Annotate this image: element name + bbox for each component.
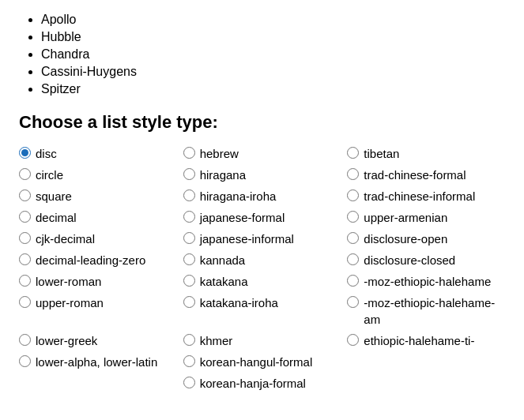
radio-item[interactable]: disc (19, 145, 177, 162)
radio-input[interactable] (347, 253, 359, 265)
radio-input[interactable] (183, 355, 195, 367)
radio-label: lower-alpha, lower-latin (36, 354, 157, 370)
radio-item[interactable]: square (19, 188, 177, 204)
radio-item[interactable]: lower-roman (19, 273, 177, 290)
radio-label: decimal (36, 209, 77, 226)
radio-input[interactable] (183, 377, 195, 388)
radio-input[interactable] (19, 334, 31, 346)
radio-input[interactable] (183, 296, 195, 308)
radio-item[interactable]: circle (19, 167, 177, 183)
radio-label: cjk-decimal (36, 231, 95, 247)
radio-input[interactable] (347, 275, 359, 287)
radio-item[interactable]: hebrew (183, 145, 341, 162)
radio-input[interactable] (19, 147, 31, 159)
radio-input[interactable] (183, 232, 195, 244)
radio-label: disclosure-open (364, 231, 447, 247)
radio-input[interactable] (19, 253, 31, 265)
radio-input[interactable] (347, 211, 359, 223)
radio-item[interactable]: katakana-iroha (183, 294, 341, 328)
radio-item[interactable]: -moz-ethiopic-halehame (347, 273, 505, 290)
radio-item[interactable]: katakana (183, 273, 341, 290)
radio-input[interactable] (19, 211, 31, 223)
radio-item[interactable]: kannada (183, 252, 341, 268)
radio-item[interactable]: upper-roman (19, 294, 177, 328)
radio-item[interactable]: hiragana (183, 167, 341, 183)
radio-label: japanese-informal (200, 231, 294, 247)
radio-label: ethiopic-halehame-ti- (364, 332, 474, 349)
radio-input[interactable] (183, 189, 195, 201)
radio-input[interactable] (347, 147, 359, 159)
radio-item[interactable]: trad-chinese-formal (347, 167, 505, 183)
radio-label: disclosure-closed (364, 252, 455, 268)
radio-label: -moz-ethiopic-halehame-am (364, 294, 505, 328)
radio-grid: dischebrewtibetancirclehiraganatrad-chin… (19, 145, 505, 392)
radio-input[interactable] (347, 232, 359, 244)
radio-label: korean-hanja-formal (200, 375, 306, 392)
radio-label: hebrew (200, 145, 239, 162)
radio-item[interactable]: korean-hanja-formal (183, 375, 341, 392)
radio-label: disc (36, 145, 57, 162)
radio-label: lower-roman (36, 273, 101, 290)
radio-item[interactable] (347, 354, 505, 370)
bullet-list: ApolloHubbleChandraCassini-HuygensSpitze… (19, 13, 505, 96)
radio-item[interactable]: korean-hangul-formal (183, 354, 341, 370)
radio-label: hiragana-iroha (200, 188, 277, 204)
radio-label: trad-chinese-formal (364, 167, 466, 183)
radio-input[interactable] (19, 189, 31, 201)
radio-item[interactable]: japanese-formal (183, 209, 341, 226)
bullet-item: Apollo (41, 13, 505, 27)
radio-label: kannada (200, 252, 246, 268)
radio-item[interactable]: disclosure-open (347, 231, 505, 247)
radio-item[interactable]: lower-alpha, lower-latin (19, 354, 177, 370)
radio-input[interactable] (19, 275, 31, 287)
radio-label: upper-armenian (364, 209, 447, 226)
radio-item[interactable]: -moz-ethiopic-halehame-am (347, 294, 505, 328)
radio-input[interactable] (183, 253, 195, 265)
radio-label: decimal-leading-zero (36, 252, 145, 268)
radio-label: katakana (200, 273, 248, 290)
radio-label: hiragana (200, 167, 246, 183)
radio-item[interactable]: decimal-leading-zero (19, 252, 177, 268)
radio-input[interactable] (183, 147, 195, 159)
radio-item[interactable] (347, 375, 505, 392)
radio-input[interactable] (19, 355, 31, 367)
radio-input[interactable] (347, 189, 359, 201)
radio-input[interactable] (347, 168, 359, 180)
radio-item[interactable]: disclosure-closed (347, 252, 505, 268)
bullet-item: Hubble (41, 30, 505, 44)
radio-item[interactable]: japanese-informal (183, 231, 341, 247)
radio-label: katakana-iroha (200, 294, 278, 311)
radio-input[interactable] (183, 211, 195, 223)
radio-item[interactable]: trad-chinese-informal (347, 188, 505, 204)
bullet-item: Cassini-Huygens (41, 65, 505, 79)
radio-input[interactable] (19, 232, 31, 244)
radio-item[interactable] (19, 375, 177, 392)
radio-input[interactable] (183, 275, 195, 287)
radio-item[interactable]: hiragana-iroha (183, 188, 341, 204)
radio-item[interactable]: khmer (183, 332, 341, 349)
radio-label: square (36, 188, 72, 204)
radio-item[interactable]: tibetan (347, 145, 505, 162)
radio-label: japanese-formal (200, 209, 285, 226)
radio-label: circle (36, 167, 63, 183)
bullet-item: Chandra (41, 47, 505, 62)
radio-label: khmer (200, 332, 233, 349)
radio-input[interactable] (347, 296, 359, 308)
radio-label: korean-hangul-formal (200, 354, 313, 370)
section-title: Choose a list style type: (19, 112, 505, 133)
radio-label: upper-roman (36, 294, 104, 311)
radio-label: tibetan (364, 145, 399, 162)
radio-item[interactable]: decimal (19, 209, 177, 226)
radio-input[interactable] (19, 168, 31, 180)
bullet-item: Spitzer (41, 82, 505, 96)
radio-input[interactable] (347, 334, 359, 346)
radio-label: lower-greek (36, 332, 97, 349)
radio-item[interactable]: upper-armenian (347, 209, 505, 226)
radio-item[interactable]: cjk-decimal (19, 231, 177, 247)
radio-label: trad-chinese-informal (364, 188, 475, 204)
radio-input[interactable] (183, 168, 195, 180)
radio-input[interactable] (183, 334, 195, 346)
radio-input[interactable] (19, 296, 31, 308)
radio-item[interactable]: ethiopic-halehame-ti- (347, 332, 505, 349)
radio-item[interactable]: lower-greek (19, 332, 177, 349)
